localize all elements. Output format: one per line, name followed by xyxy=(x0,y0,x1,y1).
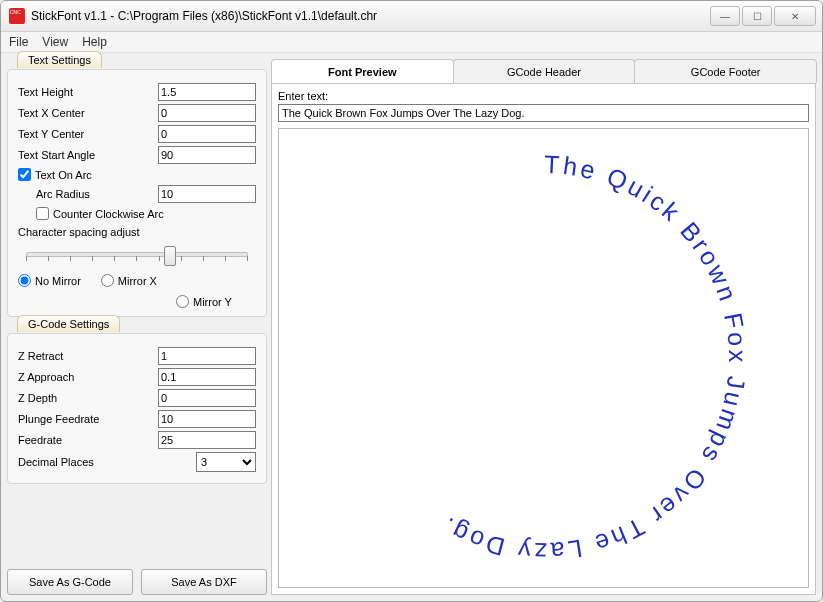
ccw-label: Counter Clockwise Arc xyxy=(53,208,164,220)
text-settings-title: Text Settings xyxy=(17,51,102,68)
arc-text-preview: The Quick Brown Fox Jumps Over The Lazy … xyxy=(314,128,774,588)
spacing-label: Character spacing adjust xyxy=(18,226,256,238)
tab-font-preview[interactable]: Font Preview xyxy=(271,59,454,83)
gcode-settings-group: G-Code Settings Z Retract Z Approach Z D… xyxy=(7,333,267,484)
menu-file[interactable]: File xyxy=(9,35,28,49)
mirror-x-radio[interactable] xyxy=(101,274,114,287)
arc-radius-input[interactable] xyxy=(158,185,256,203)
save-buttons: Save As G-Code Save As DXF xyxy=(7,569,267,595)
zapproach-label: Z Approach xyxy=(18,371,158,383)
text-on-arc-checkbox[interactable] xyxy=(18,168,31,181)
zretract-input[interactable] xyxy=(158,347,256,365)
tabs: Font Preview GCode Header GCode Footer xyxy=(271,59,816,83)
decimal-label: Decimal Places xyxy=(18,456,196,468)
menubar: File View Help xyxy=(1,32,822,53)
text-angle-input[interactable] xyxy=(158,146,256,164)
text-ycenter-label: Text Y Center xyxy=(18,128,158,140)
text-height-label: Text Height xyxy=(18,86,158,98)
close-button[interactable]: ✕ xyxy=(774,6,816,26)
arc-radius-label: Arc Radius xyxy=(36,188,158,200)
zdepth-label: Z Depth xyxy=(18,392,158,404)
plunge-input[interactable] xyxy=(158,410,256,428)
plunge-label: Plunge Feedrate xyxy=(18,413,158,425)
mirror-none-radio[interactable] xyxy=(18,274,31,287)
mirror-y-label: Mirror Y xyxy=(193,296,232,308)
app-icon xyxy=(9,8,25,24)
zdepth-input[interactable] xyxy=(158,389,256,407)
text-on-arc-label: Text On Arc xyxy=(35,169,92,181)
tab-gcode-header[interactable]: GCode Header xyxy=(453,59,636,83)
mirror-y-radio[interactable] xyxy=(176,295,189,308)
enter-text-input[interactable] xyxy=(278,104,809,122)
decimal-select[interactable]: 3 xyxy=(196,452,256,472)
font-preview-canvas: The Quick Brown Fox Jumps Over The Lazy … xyxy=(278,128,809,588)
zapproach-input[interactable] xyxy=(158,368,256,386)
text-height-input[interactable] xyxy=(158,83,256,101)
menu-view[interactable]: View xyxy=(42,35,68,49)
titlebar: StickFont v1.1 - C:\Program Files (x86)\… xyxy=(1,1,822,32)
save-gcode-button[interactable]: Save As G-Code xyxy=(7,569,133,595)
mirror-none-label: No Mirror xyxy=(35,275,81,287)
right-panel: Font Preview GCode Header GCode Footer E… xyxy=(271,59,816,595)
text-angle-label: Text Start Angle xyxy=(18,149,158,161)
ccw-checkbox[interactable] xyxy=(36,207,49,220)
feedrate-label: Feedrate xyxy=(18,434,158,446)
main-window: StickFont v1.1 - C:\Program Files (x86)\… xyxy=(0,0,823,602)
maximize-button[interactable]: ☐ xyxy=(742,6,772,26)
enter-text-label: Enter text: xyxy=(278,90,809,102)
tab-body: Enter text: The Quick Brown Fox Jumps Ov… xyxy=(271,83,816,595)
gcode-settings-title: G-Code Settings xyxy=(17,315,120,332)
feedrate-input[interactable] xyxy=(158,431,256,449)
save-dxf-button[interactable]: Save As DXF xyxy=(141,569,267,595)
text-xcenter-label: Text X Center xyxy=(18,107,158,119)
text-ycenter-input[interactable] xyxy=(158,125,256,143)
content: Text Settings Text Height Text X Center … xyxy=(1,53,822,601)
arc-text-content: The Quick Brown Fox Jumps Over The Lazy … xyxy=(434,150,751,566)
zretract-label: Z Retract xyxy=(18,350,158,362)
svg-text:The Quick Brown Fox Jumps Over: The Quick Brown Fox Jumps Over The Lazy … xyxy=(434,150,751,566)
window-buttons: — ☐ ✕ xyxy=(710,6,816,26)
menu-help[interactable]: Help xyxy=(82,35,107,49)
spacing-slider[interactable] xyxy=(18,242,256,266)
tab-gcode-footer[interactable]: GCode Footer xyxy=(634,59,817,83)
minimize-button[interactable]: — xyxy=(710,6,740,26)
spacing-slider-thumb[interactable] xyxy=(164,246,176,266)
text-settings-group: Text Settings Text Height Text X Center … xyxy=(7,69,267,317)
left-panel: Text Settings Text Height Text X Center … xyxy=(7,59,267,595)
window-title: StickFont v1.1 - C:\Program Files (x86)\… xyxy=(31,9,710,23)
mirror-x-label: Mirror X xyxy=(118,275,157,287)
text-xcenter-input[interactable] xyxy=(158,104,256,122)
